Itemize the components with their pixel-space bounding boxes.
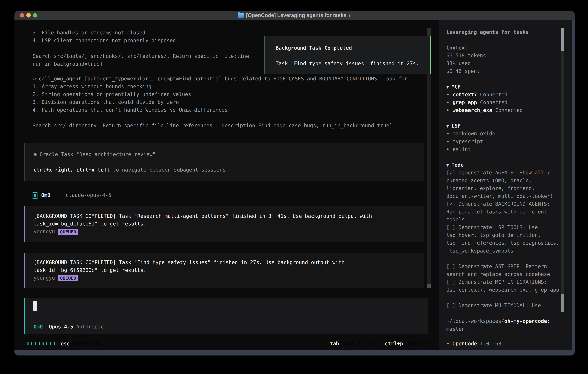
input-model-row: OmO Opus 4.5 Anthropic	[33, 323, 104, 331]
context-used: 33% used	[446, 59, 471, 67]
status-badge: QUEUED	[58, 229, 78, 235]
input-agent[interactable]: OmO	[33, 324, 43, 330]
terminal-line: 4. LSP client connections not properly d…	[32, 37, 176, 44]
input-provider: Anthropic	[76, 324, 104, 330]
task-message-card: [BACKGROUND TASK COMPLETED] Task "Resear…	[24, 206, 424, 242]
tool-call-item: 1. Array access without bounds checking	[32, 83, 151, 90]
terminal-line: Search src/tools/, src/hooks/, src/featu…	[32, 52, 249, 60]
prompt-input[interactable]: OmO Opus 4.5 Anthropic	[24, 298, 428, 334]
ctrlp-label: commands	[406, 341, 430, 346]
todo-line-done: librarian, explore, frontend,	[446, 184, 535, 192]
chat-scrollbar-cap	[427, 28, 431, 36]
agent-sep: ·	[56, 192, 60, 198]
todo-section-header[interactable]: ▼Todo	[446, 161, 464, 169]
tool-call-item: 4. Path operations that don't handle Win…	[32, 106, 228, 114]
statusbar-right: tab switch agent ctrl+p commands	[330, 340, 430, 348]
activity-dots-icon	[28, 342, 55, 345]
folder-icon	[238, 13, 244, 18]
workspace-path-prefix: ~/local-workspaces/	[446, 318, 504, 324]
minimize-button[interactable]	[26, 13, 31, 18]
traffic-lights	[20, 13, 37, 18]
context-spent: $0.46 spent	[446, 67, 480, 75]
todo-line-done: [✓] Demonstrate BACKGROUND AGENTS:	[446, 200, 550, 208]
esc-label: interrupt	[73, 340, 100, 348]
oracle-task-card: ◉ Oracle Task "Deep architecture review"…	[24, 143, 424, 181]
statusbar-left: esc interrupt	[28, 340, 100, 348]
task-message-line: [BACKGROUND TASK COMPLETED] Task "Resear…	[33, 212, 372, 220]
todo-line-done: document-writer, multimodal-looker)	[446, 192, 553, 200]
sidebar: Leveraging agents for tasks Context 66,5…	[439, 21, 572, 350]
todo-line-active: lsp_find_references, lsp_diagnostics,	[446, 239, 559, 247]
status-badge: QUEUED	[58, 275, 78, 281]
terminal-line: run_in_background=true]	[32, 60, 103, 68]
ctrlp-key-hint: ctrl+p	[385, 341, 403, 346]
toast-title: Background Task Completed	[276, 44, 352, 52]
gear-icon: ⚙	[32, 76, 36, 82]
input-model[interactable]: Opus 4.5	[49, 324, 73, 330]
window-title-text: [OpenCode] Leveraging agents for tasks	[246, 12, 346, 18]
lsp-item: •markdown-oxide	[446, 130, 495, 137]
todo-line-done: Run parallel tasks with different	[446, 208, 547, 216]
session-title: Leveraging agents for tasks	[446, 28, 529, 36]
task-message-meta: yeongyuQUEUED	[33, 274, 78, 282]
task-author: yeongyu	[33, 229, 55, 234]
workspace-branch: master	[446, 325, 465, 333]
mcp-item: •grep_app Connected	[446, 98, 507, 106]
app-window: [OpenCode] Leveraging agents for tasks ◐…	[14, 11, 575, 355]
todo-line-active: lsp_hover, lsp_goto_definition,	[446, 231, 541, 239]
close-button[interactable]	[20, 13, 24, 18]
lsp-item: •eslint	[446, 145, 471, 153]
sidebar-scrollbar-track[interactable]	[561, 51, 564, 294]
bullet-icon: •	[446, 146, 449, 152]
workspace-repo: oh-my-opencode:	[504, 318, 550, 324]
tool-call-item: 2. String operations on potentially unde…	[32, 90, 191, 98]
tool-call-item: 3. Division operations that could divide…	[32, 98, 179, 106]
bullet-icon: •	[446, 100, 449, 105]
tool-call-text: call_omo_agent [subagent_type=explore, p…	[39, 76, 408, 82]
hint-text: to navigate between subagent sessions	[110, 167, 226, 173]
toast-notification: Background Task Completed Task "Find typ…	[264, 36, 431, 74]
terminal-line: 3. File handles or streams not closed	[32, 29, 145, 37]
titlebar: [OpenCode] Leveraging agents for tasks ◐	[14, 11, 575, 20]
tab-label: switch agent	[342, 341, 379, 346]
oracle-task-title: ◉ Oracle Task "Deep architecture review"	[33, 150, 156, 158]
sidebar-scrollbar-thumb[interactable]	[561, 28, 564, 51]
lsp-section-header[interactable]: ▼LSP	[446, 122, 461, 130]
task-author: yeongyu	[33, 275, 55, 281]
todo-line-done: curated agents (OmO, oracle,	[446, 177, 532, 184]
todo-line-active: [ ] Demonstrate LSP TOOLS: Use	[446, 223, 538, 231]
proxy-icon: ◐	[348, 12, 352, 18]
task-message-meta: yeongyuQUEUED	[33, 228, 78, 235]
app-version: •OpenCode 1.0.163	[446, 340, 501, 348]
task-message-line: [BACKGROUND TASK COMPLETED] Task "Find t…	[33, 259, 345, 266]
tab-key-hint: tab	[330, 341, 339, 346]
tool-call-header: ⚙ call_omo_agent [subagent_type=explore,…	[32, 75, 408, 83]
tool-call-footer: Search src/ directory. Return specific f…	[32, 122, 392, 129]
text-cursor	[33, 301, 37, 311]
toast-body: Task "Find type safety issues" finished …	[276, 60, 419, 67]
bullet-icon: •	[446, 341, 449, 346]
todo-line-done: models	[446, 216, 465, 223]
context-tokens: 66,518 tokens	[446, 52, 486, 59]
hint-keys: ctrl+x right, ctrl+x left	[33, 167, 110, 173]
task-message-line: task_id="bg_dcfac161" to get results.	[33, 220, 147, 228]
lsp-item: •typescript	[446, 137, 483, 145]
chevron-down-icon: ▼	[446, 124, 449, 129]
oracle-icon: ◉	[33, 151, 37, 157]
agent-model: claude-opus-4-5	[66, 192, 111, 198]
zoom-button[interactable]	[33, 13, 37, 18]
mcp-section-header[interactable]: ▼MCP	[446, 83, 461, 91]
task-message-line: task_id="bg_6f59260c" to get results.	[33, 266, 147, 274]
task-message-card: [BACKGROUND TASK COMPLETED] Task "Find t…	[24, 253, 424, 288]
sidebar-scrollbar-segment	[561, 294, 564, 312]
chevron-down-icon: ▼	[446, 85, 449, 90]
mcp-item: •context7 Connected	[446, 91, 507, 98]
todo-line-done: [✓] Demonstrate AGENTS: Show all 7	[446, 169, 550, 177]
chat-scrollbar-thumb[interactable]	[427, 284, 431, 288]
bullet-icon: •	[446, 92, 449, 97]
mcp-item: •websearch_exa Connected	[446, 106, 523, 114]
todo-line-pending: [ ] Demonstrate AST-GREP: Pattern	[446, 262, 547, 270]
agent-header: OmO · claude-opus-4-5	[32, 191, 111, 199]
todo-line-pending: search and replace across codebase	[446, 270, 550, 278]
todo-line-active: lsp_workspace_symbols	[446, 247, 514, 255]
